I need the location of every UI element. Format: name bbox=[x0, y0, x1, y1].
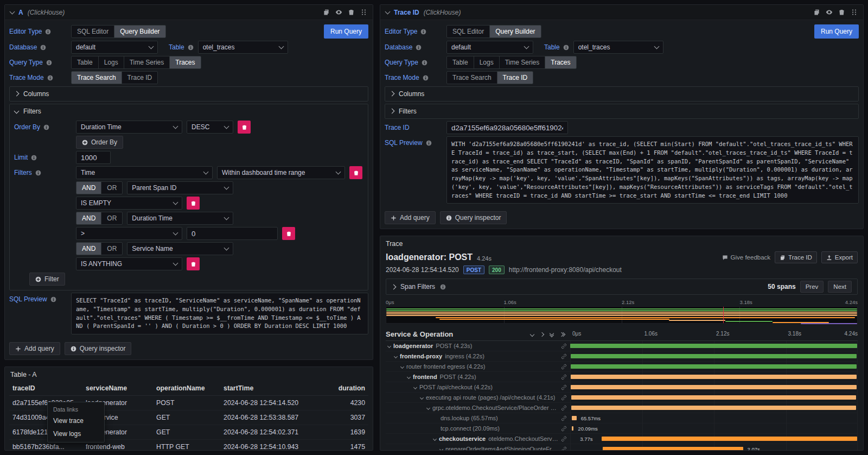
database-select[interactable]: default bbox=[446, 41, 533, 54]
span-row[interactable]: frontend-proxy ingress (4.22s) bbox=[386, 351, 858, 362]
query-type-table[interactable]: Table bbox=[72, 56, 99, 68]
link-icon[interactable] bbox=[561, 395, 567, 401]
collapse-chevron-icon[interactable] bbox=[427, 407, 430, 409]
expand-one-icon[interactable] bbox=[540, 333, 544, 336]
trace-id-option[interactable]: Trace ID bbox=[497, 72, 533, 84]
columns-section-header[interactable]: Columns bbox=[10, 87, 368, 101]
span-bar[interactable] bbox=[571, 385, 857, 389]
order-by-field-select[interactable]: Duration Time bbox=[76, 121, 182, 134]
limit-input[interactable] bbox=[76, 151, 111, 164]
or-option[interactable]: OR bbox=[101, 243, 122, 255]
trace-search-option[interactable]: Trace Search bbox=[72, 72, 122, 84]
span-bar[interactable] bbox=[570, 344, 857, 348]
query-type-traces[interactable]: Traces bbox=[170, 56, 200, 68]
link-icon[interactable] bbox=[561, 364, 567, 370]
run-query-button[interactable]: Run Query bbox=[324, 24, 368, 39]
span-row[interactable]: grpc.oteldemo.CheckoutService/PlaceOrder… bbox=[386, 403, 858, 413]
collapse-one-icon[interactable] bbox=[531, 333, 534, 336]
trace-id-button[interactable]: Trace ID bbox=[775, 251, 817, 263]
query-type-timeseries[interactable]: Time Series bbox=[500, 56, 546, 68]
link-icon[interactable] bbox=[561, 426, 567, 432]
prev-button[interactable]: Prev bbox=[800, 281, 824, 293]
sql-editor-option[interactable]: SQL Editor bbox=[72, 26, 114, 37]
filter-value-input[interactable] bbox=[187, 227, 278, 240]
or-option[interactable]: OR bbox=[101, 212, 122, 224]
trace-minimap[interactable]: 0μs 1.06s 2.12s 3.18s 4.24s bbox=[386, 299, 858, 324]
and-option[interactable]: AND bbox=[76, 243, 101, 255]
collapse-chevron-icon[interactable] bbox=[433, 438, 436, 440]
remove-filter-button[interactable] bbox=[187, 257, 200, 270]
link-icon[interactable] bbox=[561, 405, 567, 411]
span-bar[interactable] bbox=[571, 395, 857, 400]
remove-filter-button[interactable] bbox=[282, 227, 295, 240]
column-header[interactable]: traceID bbox=[9, 381, 82, 396]
trace-id-input[interactable] bbox=[446, 121, 568, 134]
add-query-button[interactable]: Add query bbox=[385, 211, 436, 224]
query-builder-option[interactable]: Query Builder bbox=[114, 26, 165, 37]
collapse-chevron-icon[interactable] bbox=[401, 365, 404, 368]
collapse-chevron-icon[interactable] bbox=[385, 9, 391, 14]
trace-id-option[interactable]: Trace ID bbox=[122, 72, 158, 84]
link-icon[interactable] bbox=[561, 343, 567, 349]
column-header[interactable]: serviceName bbox=[82, 381, 153, 396]
span-bar[interactable] bbox=[603, 447, 743, 451]
span-row[interactable]: loadgenerator POST (4.23s) bbox=[386, 341, 858, 351]
query-ref-id[interactable]: A bbox=[18, 9, 23, 16]
filter-field-select[interactable]: Duration Time bbox=[127, 212, 233, 225]
columns-section-header[interactable]: Columns bbox=[385, 87, 858, 101]
view-trace-menu-item[interactable]: View trace bbox=[48, 414, 104, 427]
add-query-button[interactable]: Add query bbox=[9, 342, 60, 355]
trace-search-option[interactable]: Trace Search bbox=[447, 72, 497, 84]
drag-handle-icon[interactable] bbox=[851, 9, 858, 16]
and-option[interactable]: AND bbox=[76, 212, 101, 224]
expand-all-icon[interactable] bbox=[560, 333, 565, 336]
query-type-logs[interactable]: Logs bbox=[474, 56, 500, 68]
next-button[interactable]: Next bbox=[828, 281, 852, 293]
span-row[interactable]: checkoutservice oteldemo.CheckoutService… bbox=[386, 434, 858, 444]
column-header[interactable]: duration bbox=[314, 381, 368, 396]
query-type-timeseries[interactable]: Time Series bbox=[124, 56, 170, 68]
give-feedback-link[interactable]: Give feedback bbox=[722, 254, 771, 261]
link-icon[interactable] bbox=[561, 353, 567, 359]
delete-query-icon[interactable] bbox=[348, 9, 355, 16]
span-row[interactable]: tcp.connect (20.09ms) 20.09ms bbox=[386, 424, 858, 434]
collapse-chevron-icon[interactable] bbox=[407, 376, 410, 378]
hide-query-icon[interactable] bbox=[826, 9, 833, 16]
span-bar[interactable] bbox=[571, 364, 857, 369]
span-row[interactable]: dns.lookup (65.57ms) 65.57ms bbox=[386, 413, 858, 424]
run-query-button[interactable]: Run Query bbox=[814, 24, 859, 39]
filter-field-select[interactable]: Time bbox=[76, 166, 213, 179]
span-bar[interactable] bbox=[571, 375, 857, 379]
table-select[interactable]: otel_traces bbox=[198, 41, 288, 54]
collapse-chevron-icon[interactable] bbox=[10, 9, 15, 14]
filter-operator-select[interactable]: Within dashboard time range bbox=[217, 166, 345, 179]
filter-operator-select[interactable]: IS EMPTY bbox=[76, 197, 182, 210]
query-inspector-button[interactable]: Query inspector bbox=[65, 342, 132, 355]
query-type-logs[interactable]: Logs bbox=[99, 56, 124, 68]
span-bar[interactable] bbox=[602, 437, 857, 441]
or-option[interactable]: OR bbox=[101, 182, 122, 194]
and-option[interactable]: AND bbox=[76, 182, 101, 194]
filter-field-select[interactable]: Parent Span ID bbox=[127, 181, 233, 194]
filter-operator-select[interactable]: IS ANYTHING bbox=[76, 257, 182, 270]
query-type-table[interactable]: Table bbox=[447, 56, 474, 68]
view-logs-menu-item[interactable]: View logs bbox=[48, 427, 104, 440]
order-by-direction-select[interactable]: DESC bbox=[187, 121, 233, 134]
add-filter-button[interactable]: Filter bbox=[29, 273, 65, 286]
collapse-chevron-icon[interactable] bbox=[414, 386, 417, 389]
export-button[interactable]: Export bbox=[821, 251, 858, 263]
filter-operator-select[interactable]: > bbox=[76, 227, 182, 240]
query-builder-option[interactable]: Query Builder bbox=[490, 26, 540, 37]
link-icon[interactable] bbox=[561, 374, 567, 380]
collapse-chevron-icon[interactable] bbox=[394, 355, 397, 358]
collapse-all-icon[interactable] bbox=[550, 332, 553, 337]
span-row[interactable]: frontend POST (4.22s) bbox=[386, 372, 858, 382]
span-row[interactable]: executing api route (pages) /api/checkou… bbox=[386, 393, 858, 403]
column-header[interactable]: operationName bbox=[153, 381, 220, 396]
table-select[interactable]: otel_traces bbox=[573, 41, 663, 54]
minimap-canvas[interactable] bbox=[386, 306, 858, 324]
filters-section-header[interactable]: Filters bbox=[10, 104, 368, 118]
remove-filter-button[interactable] bbox=[349, 166, 362, 179]
span-bar[interactable] bbox=[572, 416, 576, 420]
collapse-chevron-icon[interactable] bbox=[440, 448, 443, 451]
